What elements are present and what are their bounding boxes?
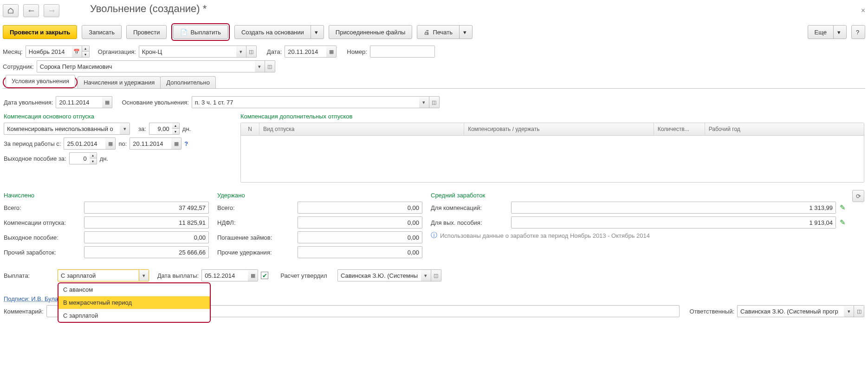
signatures-link[interactable]: Подписи: И.В. Булат [4,295,61,302]
open-icon[interactable]: ◫ [265,60,275,72]
payout-option-interperiod[interactable]: В межрасчетный период [58,296,210,309]
severance-label: Выходное пособие за: [4,155,66,162]
comment-label: Комментарий: [4,308,44,315]
help-icon[interactable]: ? [184,140,188,147]
edit-icon[interactable]: ✎ [840,218,846,227]
with-total: 0,00 [298,202,422,214]
open-icon[interactable]: ◫ [246,46,257,58]
dropdown-icon[interactable]: ▾ [139,269,149,281]
calendar-icon[interactable]: ▦ [171,137,181,150]
printer-icon: 🖨 [424,29,430,36]
col-comp[interactable]: Компенсировать / удержать [464,123,654,135]
save-button[interactable]: Записать [82,25,122,39]
back-button[interactable]: 🡐 [23,4,39,17]
approved-by-field[interactable]: Савинская З.Ю. (Системны [337,269,421,281]
employee-field[interactable]: Сорока Петр Максимович [37,60,255,72]
comp-mode-field[interactable]: Компенсировать неиспользованный о [4,123,120,135]
files-button[interactable]: Присоединенные файлы [329,25,413,39]
pay-button[interactable]: 📄 Выплатить [173,25,228,39]
month-label: Месяц: [3,48,23,55]
dropdown-icon[interactable]: ▾ [421,269,431,281]
post-button[interactable]: Провести [126,25,167,39]
severance-days-field[interactable]: 0 [69,152,90,164]
open-icon[interactable]: ◫ [431,269,441,281]
open-icon[interactable]: ◫ [854,305,864,317]
org-field[interactable]: Крон-Ц [139,46,236,58]
tab-conditions[interactable]: Условия увольнения [6,75,75,87]
number-field [370,46,435,58]
tab-additional[interactable]: Дополнительно [160,76,216,88]
chevron-down-icon: ▾ [833,26,844,39]
dropdown-icon[interactable]: ▾ [419,96,429,108]
approved-label: Расчет утвердил [280,272,327,279]
dropdown-icon[interactable]: ▾ [255,60,265,72]
payout-label: Выплата: [4,272,55,279]
sev-label: Выходное пособие: [4,234,80,241]
approved-checkbox[interactable]: ✔ [261,272,268,279]
spin-up-icon[interactable]: ▴ [82,46,90,52]
tab-accruals[interactable]: Начисления и удержания [78,76,161,88]
edit-icon[interactable]: ✎ [840,203,846,212]
col-year[interactable]: Рабочий год [705,123,864,135]
other-with-label: Прочие удержания: [217,249,294,256]
post-close-button[interactable]: Провести и закрыть [3,25,77,39]
page-title: Увольнение (создание) * [90,3,207,15]
with-total-label: Всего: [217,204,294,211]
date-field[interactable]: 20.11.2014 [285,46,326,58]
payout-option-salary[interactable]: С зарплатой [58,309,210,322]
period-from-field[interactable]: 25.01.2014 [64,137,105,150]
more-label: Еще [815,29,827,36]
comp-label: Компенсации отпуска: [4,219,80,226]
print-button[interactable]: 🖨 Печать ▾ [417,25,473,39]
for-comp-label: Для компенсаций: [431,204,507,211]
payout-select[interactable]: С зарплатой [58,269,139,281]
for-comp-value: 1 313,99 [511,202,836,214]
total-label: Всего: [4,204,80,211]
payout-option-advance[interactable]: С авансом [58,283,210,296]
refresh-button[interactable]: ⟳ [852,190,864,202]
col-n[interactable]: N [241,123,259,135]
calendar-icon[interactable]: ▦ [326,46,337,58]
period-to-field[interactable]: 20.11.2014 [130,137,171,150]
calendar-icon[interactable]: ▦ [102,96,112,108]
dropdown-icon[interactable]: ▾ [236,46,246,58]
date-label: Дата: [267,48,282,55]
col-qty[interactable]: Количеств... [654,123,705,135]
calendar-icon[interactable]: 📅 [72,46,82,58]
print-label: Печать [433,29,453,36]
dismissal-basis-label: Основание увольнения: [122,99,188,106]
month-field[interactable]: Ноябрь 2014 [26,46,72,58]
responsible-label: Ответственный: [690,308,734,315]
spin-up-icon[interactable]: ▴ [90,152,97,158]
days-unit: дн. [182,125,191,132]
other-accrued: 25 666,66 [84,246,209,258]
spin-down-icon[interactable]: ▾ [82,52,90,58]
more-button[interactable]: Еще ▾ [808,25,847,39]
dismissal-basis-field[interactable]: п. 3 ч. 1 ст. 77 [192,96,419,108]
spin-up-icon[interactable]: ▴ [172,123,180,129]
other-with-value: 0,00 [298,246,422,258]
avg-title: Средний заработок [431,192,846,199]
grid-body[interactable] [241,136,864,182]
dropdown-icon[interactable]: ▾ [120,123,130,135]
dropdown-icon[interactable]: ▾ [844,305,854,317]
col-type[interactable]: Вид отпуска [259,123,464,135]
help-button[interactable]: ? [851,25,865,39]
days-field[interactable]: 9,00 [149,123,172,135]
responsible-field[interactable]: Савинская З.Ю. (Системный прогр [737,305,844,317]
employee-label: Сотрудник: [3,63,34,70]
spin-down-icon[interactable]: ▾ [172,129,180,135]
calendar-icon[interactable]: ▦ [248,269,258,281]
close-icon[interactable]: × [861,7,865,15]
open-icon[interactable]: ◫ [429,96,440,108]
create-based-label: Создать на основании [241,29,304,36]
spin-down-icon[interactable]: ▾ [90,158,97,164]
extra-leave-grid[interactable]: N Вид отпуска Компенсировать / удержать … [240,123,864,183]
home-button[interactable] [3,4,19,17]
calendar-icon[interactable]: ▦ [105,137,116,150]
dismissal-date-field[interactable]: 20.11.2014 [56,96,102,108]
accrued-title: Начислено [4,192,213,199]
info-icon: ⓘ [431,231,437,240]
create-based-button[interactable]: Создать на основании ▾ [234,25,324,39]
paydate-field[interactable]: 05.12.2014 [201,269,248,281]
